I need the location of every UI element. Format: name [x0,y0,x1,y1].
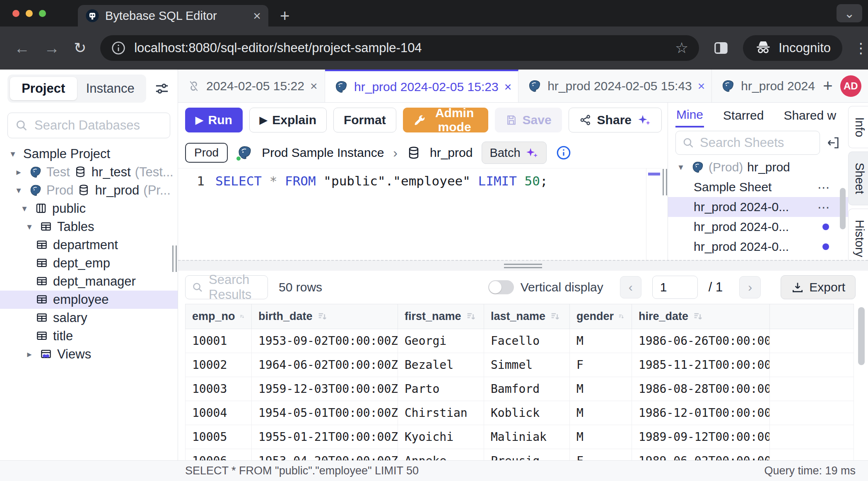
table-icon [36,329,49,343]
back-button[interactable]: ← [14,39,30,57]
side-panel-icon[interactable] [712,39,730,57]
tab-mine[interactable]: Mine [675,103,704,127]
column-header-gender[interactable]: gender [570,304,632,329]
tab-search-chevron-button[interactable]: ⌄ [837,4,862,22]
browser-menu-button[interactable]: ⋮ [854,40,868,56]
new-browser-tab-button[interactable]: + [280,7,289,25]
explain-button[interactable]: ▶ Explain [249,108,327,132]
sql-editor[interactable]: 1 SELECT * FROM "public"."employee" LIMI… [178,168,662,260]
search-results-input[interactable]: Search Results [185,275,268,299]
sheet-item-selected[interactable]: hr_prod 2024-0... ⋯ [668,197,848,217]
tree-item-table-dept-emp[interactable]: dept_emp [0,254,178,272]
info-icon[interactable] [556,145,571,161]
instance-name[interactable]: Prod Sample Instance [262,146,384,160]
close-tab-icon[interactable]: × [698,79,705,93]
close-tab-icon[interactable]: × [504,80,512,94]
caret-down-icon[interactable]: ▾ [675,162,687,173]
postgres-icon [721,79,735,93]
user-avatar[interactable]: AD [840,75,861,97]
tree-item-table-dept-manager[interactable]: dept_manager [0,272,178,291]
tree-item-table-title[interactable]: title [0,327,178,345]
tab-instance[interactable]: Instance [77,77,144,100]
environment-label: Test [46,165,70,180]
panel-resize-handle[interactable] [662,103,668,260]
new-sheet-tab-button[interactable]: + [823,77,832,95]
format-label: Format [344,113,386,127]
tree-item-table-employee[interactable]: employee [0,291,178,309]
import-sheet-icon[interactable] [826,135,841,150]
close-window-button[interactable] [12,10,19,17]
prev-page-button[interactable]: ‹ [620,276,641,298]
format-button[interactable]: Format [333,108,396,132]
sheet-menu-icon[interactable]: ⋯ [817,200,831,214]
tree-item-schema-public[interactable]: ▾ public [0,200,178,218]
tab-project[interactable]: Project [10,77,77,100]
caret-down-icon[interactable]: ▾ [12,185,25,196]
tab-info[interactable]: Info [848,106,868,148]
tab-starred[interactable]: Starred [722,104,764,127]
batch-button[interactable]: Batch [482,142,546,164]
tree-item-views-group[interactable]: ▸ Views [0,345,178,363]
tree-item-hr-test[interactable]: ▸ Test hr_test (Test... [0,163,178,181]
tab-shared[interactable]: Shared w [783,104,837,127]
sheet-list-scrollbar[interactable] [840,188,846,229]
url-bar[interactable]: localhost:8080/sql-editor/sheet/project-… [100,35,699,61]
filter-settings-icon[interactable] [154,80,170,97]
tab-history[interactable]: History [848,209,868,268]
vertical-display-toggle[interactable] [488,280,514,294]
sheet-item-unsaved-2[interactable]: hr_prod 2024-0... [668,237,848,257]
results-resize-divider[interactable] [178,260,868,271]
sheet-item-sample[interactable]: Sample Sheet ⋯ [668,177,848,197]
table-cell: Koblick [484,401,570,425]
reload-button[interactable]: ↻ [74,39,86,57]
database-icon [74,166,87,179]
admin-mode-button[interactable]: Admin mode [403,108,488,132]
editor-minimap[interactable] [646,168,662,260]
caret-right-icon[interactable]: ▸ [12,167,25,178]
editor-tab-2-active[interactable]: hr_prod 2024-02-05 15:23 × [325,70,518,102]
tree-item-table-department[interactable]: department [0,236,178,254]
column-header-hire-date[interactable]: hire_date [632,304,770,329]
save-button[interactable]: Save [495,108,562,132]
table-cell: Anneke [398,449,484,461]
browser-tab[interactable]: Bytebase SQL Editor × [78,5,268,26]
search-sheets-input[interactable]: Search Sheets [675,131,820,155]
caret-down-icon[interactable]: ▾ [7,149,19,159]
caret-right-icon[interactable]: ▸ [23,349,36,360]
browser-tab-close-icon[interactable]: × [253,9,261,22]
sheet-group-hr-prod[interactable]: ▾ (Prod) hr_prod [668,157,848,177]
tab-sheet[interactable]: Sheet [848,152,868,205]
tree-item-project[interactable]: ▾ Sample Project [0,145,178,163]
editor-tab-4[interactable]: hr_prod 2024-0 [712,70,815,102]
sheet-item-unsaved-1[interactable]: hr_prod 2024-0... [668,217,848,237]
tree-item-table-salary[interactable]: salary [0,309,178,327]
bookmark-star-icon[interactable]: ☆ [675,39,688,57]
database-name[interactable]: hr_prod [430,146,473,160]
close-tab-icon[interactable]: × [310,79,318,93]
caret-down-icon[interactable]: ▾ [18,203,31,214]
sheet-menu-icon[interactable]: ⋯ [817,180,831,195]
run-button[interactable]: ▶ Run [185,108,243,132]
minimize-window-button[interactable] [26,10,33,17]
page-number-input[interactable] [652,276,698,299]
tree-item-tables-group[interactable]: ▾ Tables [0,218,178,236]
row-count: 50 rows [279,280,322,294]
search-databases-input[interactable]: Search Databases [7,113,170,138]
drag-handle[interactable] [504,264,542,270]
site-info-icon[interactable] [111,41,126,55]
forward-button[interactable]: → [44,39,60,57]
sidebar-resize-handle[interactable] [172,245,177,272]
column-header-last-name[interactable]: last_name [484,304,570,329]
export-button[interactable]: Export [781,275,856,299]
caret-down-icon[interactable]: ▾ [23,221,36,232]
editor-tab-3[interactable]: hr_prod 2024-02-05 15:43 × [518,70,712,102]
next-page-button[interactable]: › [739,276,761,298]
column-header-birth-date[interactable]: birth_date [252,304,398,329]
column-header-first-name[interactable]: first_name [398,304,484,329]
tree-item-hr-prod[interactable]: ▾ Prod hr_prod (Pr... [0,181,178,200]
share-button[interactable]: Share [569,108,662,132]
column-header-emp-no[interactable]: emp_no [186,304,252,329]
table-scrollbar[interactable] [858,307,865,365]
maximize-window-button[interactable] [39,10,46,17]
editor-tab-1[interactable]: 2024-02-05 15:22 × [178,70,325,102]
